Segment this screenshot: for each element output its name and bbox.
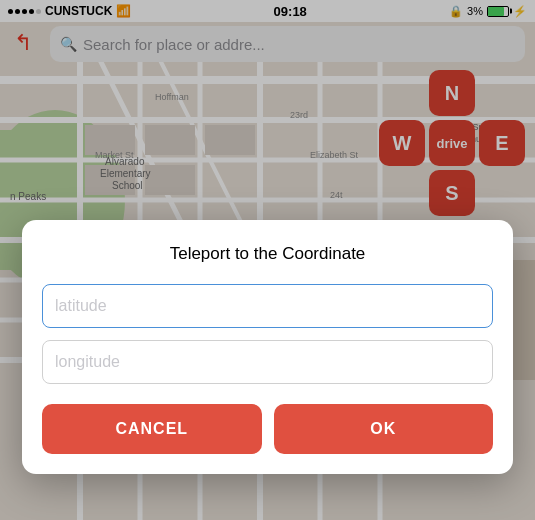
longitude-input[interactable] — [42, 340, 493, 384]
latitude-input[interactable] — [42, 284, 493, 328]
cancel-button[interactable]: CANCEL — [42, 404, 262, 454]
ok-button[interactable]: OK — [274, 404, 494, 454]
teleport-dialog: Teleport to the Coordinate CANCEL OK — [22, 220, 513, 474]
dialog-buttons: CANCEL OK — [42, 404, 493, 454]
dialog-title: Teleport to the Coordinate — [42, 244, 493, 264]
